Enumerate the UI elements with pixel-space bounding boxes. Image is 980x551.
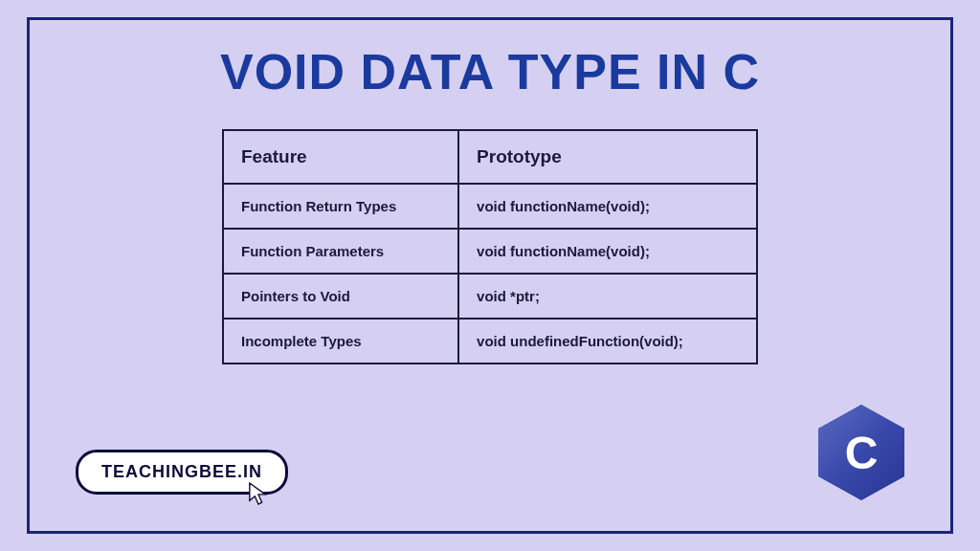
table-header-row: Feature Prototype [223,130,757,184]
header-prototype: Prototype [458,130,757,184]
header-feature: Feature [223,130,458,184]
cell-feature: Function Parameters [223,229,458,274]
cell-feature: Function Return Types [223,184,458,229]
void-type-table: Feature Prototype Function Return Types … [222,129,758,364]
cell-feature: Incomplete Types [223,319,458,364]
logo-letter: C [845,427,879,479]
cell-prototype: void functionName(void); [458,184,757,229]
page-title: VOID DATA TYPE IN C [30,43,950,100]
table-row: Function Parameters void functionName(vo… [223,229,757,274]
cell-prototype: void undefinedFunction(void); [458,319,757,364]
content-frame: VOID DATA TYPE IN C Feature Prototype Fu… [27,17,953,534]
table-row: Function Return Types void functionName(… [223,184,757,229]
cursor-icon [248,481,269,506]
cell-prototype: void *ptr; [458,274,757,319]
cell-prototype: void functionName(void); [458,229,757,274]
cell-feature: Pointers to Void [223,274,458,319]
table-row: Incomplete Types void undefinedFunction(… [223,319,757,364]
c-language-logo: C [818,405,904,500]
table-row: Pointers to Void void *ptr; [223,274,757,319]
